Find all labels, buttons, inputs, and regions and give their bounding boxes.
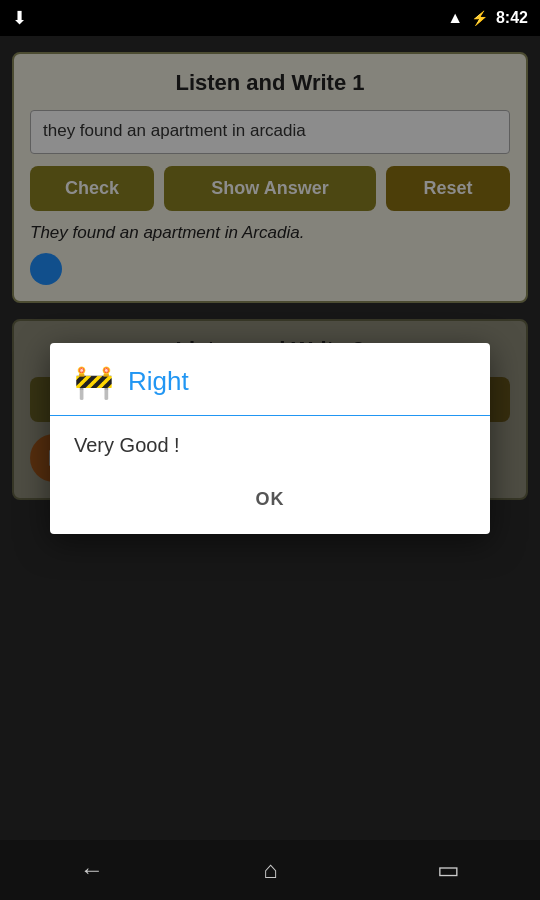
nav-back-button[interactable]: ← [80, 856, 104, 884]
download-icon: ⬇ [12, 7, 27, 29]
battery-icon: ⚡ [471, 10, 488, 26]
dialog-actions: OK [50, 471, 490, 534]
dialog-title-row: 🚧 Right [50, 343, 490, 416]
status-bar: ⬇ ▲ ⚡ 8:42 [0, 0, 540, 36]
clock: 8:42 [496, 9, 528, 27]
dialog-ok-button[interactable]: OK [232, 481, 309, 518]
nav-bar: ← ⌂ ▭ [0, 840, 540, 900]
status-bar-right: ▲ ⚡ 8:42 [447, 9, 528, 27]
dialog-overlay: 🚧 Right Very Good ! OK [0, 36, 540, 840]
main-content: Listen and Write 1 they found an apartme… [0, 36, 540, 840]
dialog-title: Right [128, 366, 189, 397]
nav-recents-button[interactable]: ▭ [437, 856, 460, 884]
wifi-icon: ▲ [447, 9, 463, 27]
dialog: 🚧 Right Very Good ! OK [50, 343, 490, 534]
cone-icon: 🚧 [74, 363, 114, 401]
nav-home-button[interactable]: ⌂ [263, 856, 278, 884]
status-bar-left: ⬇ [12, 7, 27, 29]
dialog-body: Very Good ! [50, 416, 490, 471]
